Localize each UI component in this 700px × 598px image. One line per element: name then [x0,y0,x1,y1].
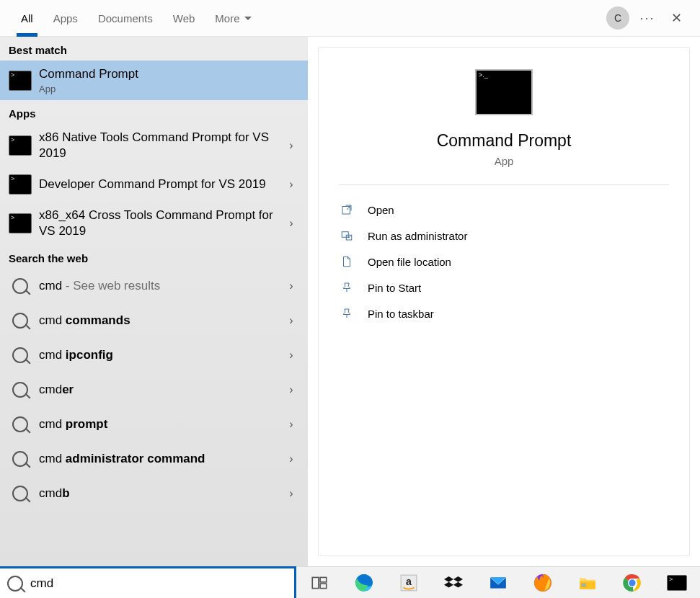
taskbar-firefox[interactable] [533,573,553,593]
result-title: cmd administrator command [39,451,283,467]
taskbar-chrome[interactable] [622,573,642,593]
chevron-right-icon[interactable]: › [283,280,299,293]
pin-icon [340,307,353,320]
web-result[interactable]: cmd commands› [0,303,308,338]
chevron-right-icon[interactable]: › [283,314,299,327]
chevron-right-icon[interactable]: › [283,349,299,362]
result-title: x86_x64 Cross Tools Command Prompt for V… [39,207,283,239]
search-filter-tabs: All Apps Documents Web More C ··· ✕ [0,0,700,37]
svg-rect-13 [581,585,586,586]
search-icon [7,576,23,592]
search-icon [12,347,28,363]
action-pin-to-taskbar[interactable]: Pin to taskbar [339,300,669,326]
tab-apps[interactable]: Apps [43,0,88,36]
tab-web[interactable]: Web [163,0,205,36]
result-title: Command Prompt [39,66,299,82]
app-result[interactable]: x86_x64 Cross Tools Command Prompt for V… [0,202,308,245]
cmd-icon [667,575,687,591]
result-subtitle: App [39,84,299,94]
chevron-right-icon[interactable]: › [283,487,299,500]
pin-icon [340,281,353,294]
detail-subtitle: App [495,155,514,167]
svg-rect-4 [320,577,327,582]
chevron-right-icon[interactable]: › [283,217,299,230]
web-result[interactable]: cmdb› [0,476,308,511]
action-pin-to-start[interactable]: Pin to Start [339,275,669,300]
web-result[interactable]: cmd ipconfig› [0,338,308,372]
section-search-web: Search the web [0,245,308,269]
svg-text:a: a [406,576,412,587]
app-result[interactable]: Developer Command Prompt for VS 2019 › [0,167,308,202]
chevron-right-icon[interactable]: › [283,418,299,431]
admin-icon [340,229,353,242]
taskbar-cmd[interactable] [667,573,687,593]
cmd-icon [9,174,32,195]
account-avatar[interactable]: C [606,6,629,30]
tab-more[interactable]: More [205,0,261,36]
detail-pane: Command Prompt App Open Run as administr… [318,47,690,556]
result-title: cmdb [39,486,283,501]
cmd-icon [9,71,32,91]
section-apps: Apps [0,100,308,124]
svg-rect-1 [342,232,348,238]
chevron-down-icon [244,17,252,20]
svg-rect-5 [320,584,327,589]
search-icon [12,486,28,501]
action-label: Pin to Start [368,282,421,294]
web-result[interactable]: cmd administrator command› [0,442,308,476]
result-title: cmd ipconfig [39,347,283,363]
taskbar-file-explorer[interactable] [577,573,598,593]
detail-title: Command Prompt [437,131,572,151]
chevron-right-icon[interactable]: › [283,452,299,465]
taskbar-mail[interactable] [488,573,508,593]
app-result[interactable]: x86 Native Tools Command Prompt for VS 2… [0,124,308,167]
svg-rect-11 [580,581,595,589]
best-match-item[interactable]: Command Prompt App [0,61,308,100]
web-result[interactable]: cmd prompt› [0,407,308,442]
result-title: cmd prompt [39,416,283,432]
result-title: cmd commands [39,313,283,329]
action-label: Pin to taskbar [368,308,434,320]
action-open-file-location[interactable]: Open file location [339,249,669,275]
folder-icon [340,255,353,268]
search-icon [12,278,28,294]
open-icon [340,203,353,216]
chevron-right-icon[interactable]: › [283,178,299,191]
results-list: Best match Command Prompt App Apps x86 N… [0,37,308,566]
action-label: Run as administrator [368,230,467,242]
web-result[interactable]: cmd - See web results› [0,269,308,303]
search-icon [12,313,28,329]
chevron-right-icon[interactable]: › [283,139,299,152]
chevron-right-icon[interactable]: › [283,383,299,396]
tab-documents[interactable]: Documents [88,0,163,36]
result-title: x86 Native Tools Command Prompt for VS 2… [39,130,283,161]
svg-rect-12 [581,584,586,584]
tab-all[interactable]: All [11,0,43,36]
search-icon [12,451,28,467]
search-icon [12,416,28,432]
taskbar-amazon[interactable]: a [399,573,419,593]
taskbar-dropbox[interactable] [443,573,464,593]
svg-point-16 [629,579,635,586]
search-box[interactable] [0,566,296,598]
result-title: cmder [39,382,283,398]
cmd-hero-icon [475,69,533,115]
taskbar-edge[interactable] [354,573,374,593]
taskbar-task-view[interactable] [309,573,329,593]
action-label: Open file location [368,256,451,268]
taskbar: a [296,566,700,598]
cmd-icon [9,135,32,156]
close-button[interactable]: ✕ [665,7,687,29]
section-best-match: Best match [0,37,308,61]
action-open[interactable]: Open [339,197,669,223]
action-run-as-admin[interactable]: Run as administrator [339,223,669,249]
search-icon [12,382,28,398]
action-label: Open [368,204,394,216]
options-button[interactable]: ··· [637,7,658,29]
result-title: cmd - See web results [39,278,283,294]
svg-rect-3 [312,577,319,588]
result-title: Developer Command Prompt for VS 2019 [39,177,283,192]
cmd-icon [9,213,32,233]
search-input[interactable] [30,576,294,591]
web-result[interactable]: cmder› [0,372,308,407]
